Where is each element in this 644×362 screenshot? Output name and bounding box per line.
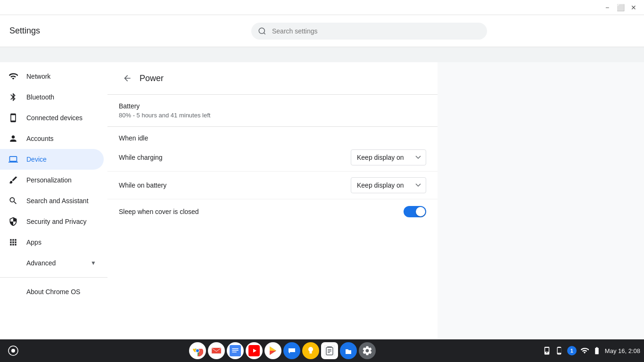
sidebar-item-label: Bluetooth	[26, 93, 54, 101]
taskbar-left	[4, 341, 23, 360]
sleep-cover-row: Sleep when cover is closed	[107, 199, 438, 224]
phone-hub-icon[interactable]	[555, 346, 563, 355]
taskbar-app-settings[interactable]	[359, 342, 376, 359]
app-title: Settings	[9, 26, 104, 36]
svg-point-0	[259, 28, 264, 33]
sidebar-item-label: Accounts	[26, 135, 54, 142]
svg-rect-24	[328, 352, 330, 353]
search-bar	[251, 23, 487, 40]
svg-rect-13	[232, 352, 237, 353]
svg-rect-23	[328, 351, 331, 352]
while-charging-row: While charging Keep display on Turn off …	[107, 144, 438, 172]
taskbar-app-gmail[interactable]	[208, 342, 225, 359]
sidebar-item-about[interactable]: About Chrome OS	[0, 281, 104, 302]
system-time[interactable]: May 16, 2:08	[605, 347, 640, 354]
toggle-thumb	[416, 207, 425, 216]
while-battery-row: While on battery Keep display on Turn of…	[107, 172, 438, 199]
while-battery-label: While on battery	[119, 181, 166, 189]
sidebar-item-label: Personalization	[26, 176, 72, 184]
close-button[interactable]: ✕	[627, 1, 640, 14]
content-area: Power Battery 80% - 5 hours and 41 minut…	[107, 62, 644, 339]
back-button[interactable]	[119, 70, 136, 87]
wifi-tray-icon[interactable]	[580, 346, 589, 355]
battery-status: 80% - 5 hours and 41 minutes left	[119, 112, 426, 119]
laptop-icon	[8, 154, 19, 165]
battery-section: Battery 80% - 5 hours and 41 minutes lef…	[107, 95, 438, 127]
taskbar-app-messages[interactable]	[283, 342, 300, 359]
page-title: Power	[140, 74, 164, 83]
taskbar-app-clipboard[interactable]	[321, 342, 338, 359]
sidebar-item-label: Search and Assistant	[26, 197, 89, 205]
sidebar-divider	[0, 277, 107, 278]
sidebar-item-apps[interactable]: Apps	[0, 232, 104, 253]
taskbar-right: 1 May 16, 2:08	[543, 346, 640, 355]
svg-rect-22	[328, 349, 331, 350]
about-icon	[8, 286, 19, 297]
svg-line-1	[264, 33, 265, 34]
search-icon	[258, 27, 266, 35]
phone-icon	[8, 112, 19, 123]
while-charging-label: While charging	[119, 154, 163, 161]
sidebar-item-network[interactable]: Network	[0, 66, 104, 87]
launcher-button[interactable]	[4, 341, 23, 360]
when-idle-title: When idle	[119, 134, 426, 142]
when-idle-section: When idle	[107, 127, 438, 144]
taskbar-app-chrome[interactable]	[189, 342, 206, 359]
while-battery-select[interactable]: Keep display on Turn off display Sleep	[351, 177, 426, 193]
content-header: Power	[107, 62, 438, 95]
taskbar: 1 May 16, 2:08	[0, 339, 644, 362]
battery-title: Battery	[119, 102, 426, 110]
sidebar-about-label: About Chrome OS	[26, 288, 80, 296]
taskbar-app-files[interactable]	[340, 342, 357, 359]
toggle-track[interactable]	[404, 206, 426, 217]
sidebar-item-device[interactable]: Device	[0, 149, 104, 170]
sidebar-item-label: Advanced	[26, 259, 56, 267]
apps-icon	[8, 237, 19, 248]
sidebar-item-label: Network	[26, 73, 50, 80]
maximize-button[interactable]: ⬜	[614, 1, 627, 14]
sleep-cover-toggle[interactable]	[404, 206, 426, 217]
taskbar-app-keep[interactable]	[302, 342, 319, 359]
taskbar-center	[189, 342, 376, 359]
sidebar-item-accounts[interactable]: Accounts	[0, 128, 104, 149]
sidebar-item-search-assistant[interactable]: Search and Assistant	[0, 190, 104, 211]
sidebar-item-label: Connected devices	[26, 114, 83, 122]
sidebar-item-personalization[interactable]: Personalization	[0, 170, 104, 190]
sidebar-item-label: Security and Privacy	[26, 218, 87, 225]
sidebar: Network Bluetooth Connected devices Acco…	[0, 62, 107, 339]
taskbar-app-play[interactable]	[264, 342, 281, 359]
search-input[interactable]	[251, 23, 487, 40]
sidebar-item-label: Apps	[26, 239, 41, 246]
brush-icon	[8, 174, 19, 186]
svg-rect-12	[232, 350, 239, 351]
app-header: Settings	[0, 15, 644, 47]
shield-icon	[8, 216, 19, 227]
chevron-down-icon: ▼	[91, 260, 96, 266]
sidebar-item-connected-devices[interactable]: Connected devices	[0, 107, 104, 128]
wifi-icon	[8, 71, 19, 82]
taskbar-app-youtube[interactable]	[246, 342, 263, 359]
sidebar-item-advanced[interactable]: Advanced ▼	[0, 253, 104, 273]
advanced-icon	[8, 257, 19, 269]
while-charging-select[interactable]: Keep display on Turn off display Sleep	[351, 149, 426, 165]
svg-point-3	[11, 349, 15, 353]
bluetooth-icon	[8, 91, 19, 103]
sidebar-item-bluetooth[interactable]: Bluetooth	[0, 87, 104, 107]
taskbar-app-docs[interactable]	[227, 342, 244, 359]
vpn-icon[interactable]: 1	[567, 346, 577, 355]
battery-tray-icon[interactable]	[593, 346, 601, 355]
person-icon	[8, 133, 19, 144]
search-nav-icon	[8, 195, 19, 206]
sidebar-item-label: Device	[26, 156, 47, 163]
minimize-button[interactable]: −	[601, 1, 614, 14]
screenshot-icon[interactable]	[543, 346, 551, 355]
main-layout: Network Bluetooth Connected devices Acco…	[0, 62, 644, 339]
titlebar: − ⬜ ✕	[0, 0, 644, 15]
sidebar-item-security-privacy[interactable]: Security and Privacy	[0, 211, 104, 232]
svg-rect-11	[232, 348, 239, 349]
content-inner: Power Battery 80% - 5 hours and 41 minut…	[107, 62, 438, 339]
svg-point-7	[196, 349, 199, 352]
sleep-cover-label: Sleep when cover is closed	[119, 208, 199, 215]
